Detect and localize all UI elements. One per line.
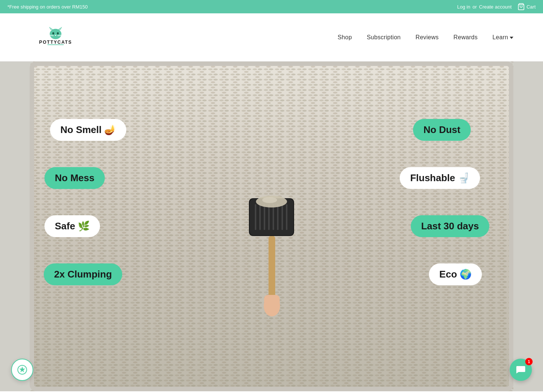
bubble-no-dust: No Dust bbox=[413, 119, 471, 141]
nav-rewards[interactable]: Rewards bbox=[453, 34, 477, 41]
svg-rect-26 bbox=[273, 204, 274, 230]
chevron-down-icon bbox=[510, 37, 513, 39]
svg-marker-35 bbox=[19, 366, 25, 372]
announcement-bar: *Free shipping on orders over RM150 Log … bbox=[0, 0, 543, 13]
scoop-svg bbox=[238, 162, 305, 317]
svg-point-31 bbox=[262, 197, 277, 203]
svg-rect-28 bbox=[282, 204, 283, 230]
bubble-no-dust-text: No Dust bbox=[423, 124, 460, 136]
bubble-flushable-text: Flushable 🚽 bbox=[410, 172, 470, 184]
bubble-no-mess-text: No Mess bbox=[55, 172, 94, 184]
svg-point-8 bbox=[55, 35, 56, 36]
svg-rect-24 bbox=[264, 204, 265, 230]
nav-subscription[interactable]: Subscription bbox=[367, 34, 401, 41]
announcement-text: *Free shipping on orders over RM150 bbox=[7, 4, 88, 10]
chat-widget[interactable]: 1 bbox=[510, 359, 532, 381]
bubble-no-smell-text: No Smell 🪔 bbox=[60, 124, 116, 136]
svg-point-7 bbox=[57, 32, 59, 34]
nav-learn-label: Learn bbox=[493, 34, 508, 41]
bubble-last30-text: Last 30 days bbox=[421, 220, 479, 232]
svg-text:POTTYCATS: POTTYCATS bbox=[39, 40, 72, 45]
bubble-2x-text: 2x Clumping bbox=[54, 269, 112, 280]
rewards-widget[interactable] bbox=[11, 359, 33, 381]
svg-rect-33 bbox=[264, 295, 280, 306]
nav-reviews[interactable]: Reviews bbox=[416, 34, 439, 41]
bubble-eco: Eco 🌍 bbox=[429, 263, 482, 285]
create-account-link[interactable]: Create account bbox=[479, 4, 512, 10]
bubble-safe: Safe 🌿 bbox=[44, 215, 100, 237]
logo-container: POTTYCATS bbox=[30, 26, 81, 49]
hero-section: No Smell 🪔 No Dust No Mess Flushable 🚽 S… bbox=[0, 62, 543, 391]
or-text: or bbox=[473, 4, 477, 10]
nav-learn[interactable]: Learn bbox=[493, 34, 513, 41]
svg-rect-25 bbox=[268, 204, 270, 230]
cart-link[interactable]: Cart bbox=[517, 3, 536, 10]
header: POTTYCATS Shop Subscription Reviews Rewa… bbox=[0, 13, 543, 62]
bubble-2x-clumping: 2x Clumping bbox=[44, 263, 122, 285]
svg-rect-22 bbox=[255, 204, 256, 230]
bubble-safe-text: Safe 🌿 bbox=[55, 220, 90, 232]
nav-shop[interactable]: Shop bbox=[338, 34, 352, 41]
svg-point-6 bbox=[52, 32, 54, 34]
login-link[interactable]: Log in bbox=[457, 4, 470, 10]
rewards-icon bbox=[17, 364, 28, 375]
cart-icon bbox=[517, 3, 525, 10]
svg-point-1 bbox=[50, 29, 61, 39]
svg-rect-27 bbox=[277, 204, 279, 230]
chat-badge: 1 bbox=[525, 358, 533, 365]
main-nav: Shop Subscription Reviews Rewards Learn bbox=[338, 34, 513, 41]
cart-label: Cart bbox=[526, 4, 536, 10]
svg-rect-29 bbox=[286, 204, 287, 230]
bubble-flushable: Flushable 🚽 bbox=[400, 167, 480, 189]
logo: POTTYCATS bbox=[30, 26, 81, 49]
bubble-no-smell: No Smell 🪔 bbox=[50, 119, 126, 141]
bubble-no-mess: No Mess bbox=[44, 167, 105, 189]
svg-rect-23 bbox=[259, 204, 261, 230]
chat-icon bbox=[516, 365, 526, 375]
bubble-last-30-days: Last 30 days bbox=[411, 215, 489, 237]
scoop bbox=[234, 165, 309, 313]
bubble-eco-text: Eco 🌍 bbox=[439, 269, 472, 280]
